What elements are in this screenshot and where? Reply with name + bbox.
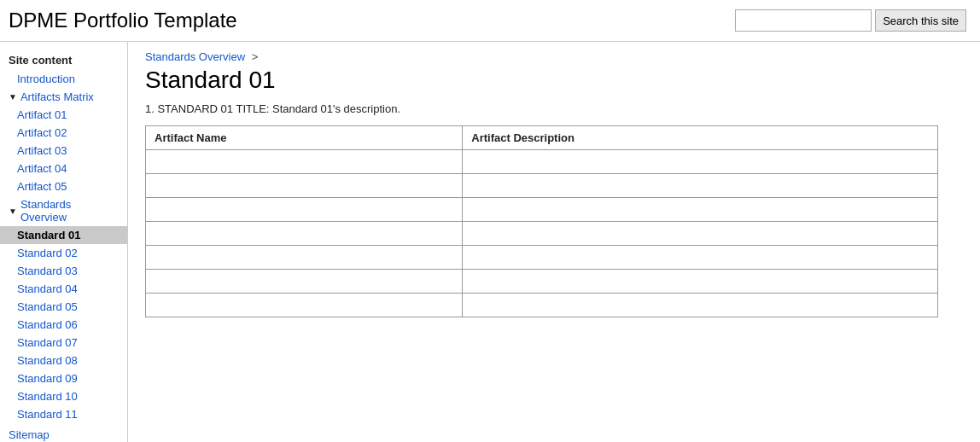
sidebar-item-standard-02[interactable]: Standard 02 xyxy=(0,244,127,262)
site-title: DPME Portfolio Template xyxy=(9,9,237,32)
sidebar-item-standard-08[interactable]: Standard 08 xyxy=(0,352,127,369)
breadcrumb: Standards Overview > xyxy=(145,50,963,63)
table-cell-artifact-name xyxy=(146,174,463,198)
site-content-label: Site content xyxy=(0,50,127,70)
search-button[interactable]: Search this site xyxy=(875,9,966,32)
table-cell-artifact-name xyxy=(146,246,463,270)
sidebar-artifacts-link[interactable]: Artifacts Matrix xyxy=(20,90,94,103)
sidebar-item-artifact-03[interactable]: Artifact 03 xyxy=(0,142,127,160)
table-row xyxy=(146,246,938,270)
sidebar-item-standard-06[interactable]: Standard 06 xyxy=(0,316,127,334)
artifact-table: Artifact Name Artifact Description xyxy=(145,125,938,317)
table-row xyxy=(146,270,938,294)
table-cell-artifact-desc xyxy=(463,174,938,198)
col-artifact-desc-header: Artifact Description xyxy=(463,126,938,150)
sidebar-section-artifacts: ▼ Artifacts Matrix xyxy=(0,88,127,106)
table-cell-artifact-desc xyxy=(463,246,938,270)
sidebar-item-standard-10[interactable]: Standard 10 xyxy=(0,387,127,405)
table-cell-artifact-desc xyxy=(463,222,938,246)
sidebar-item-artifact-01[interactable]: Artifact 01 xyxy=(0,106,127,124)
page-title: Standard 01 xyxy=(145,67,963,94)
table-body xyxy=(146,150,938,317)
sidebar-item-standard-07[interactable]: Standard 07 xyxy=(0,334,127,352)
layout: Site content Introduction ▼ Artifacts Ma… xyxy=(0,42,980,442)
table-row xyxy=(146,174,938,198)
sidebar-item-introduction[interactable]: Introduction xyxy=(0,70,127,88)
sidebar-standards-link[interactable]: Standards Overview xyxy=(20,198,119,224)
triangle-icon: ▼ xyxy=(9,92,17,102)
triangle-icon-standards: ▼ xyxy=(9,206,17,216)
sidebar-item-artifact-05[interactable]: Artifact 05 xyxy=(0,177,127,195)
table-cell-artifact-desc xyxy=(463,270,938,294)
col-artifact-name-header: Artifact Name xyxy=(146,126,463,150)
sidebar-item-standard-04[interactable]: Standard 04 xyxy=(0,280,127,298)
table-cell-artifact-desc xyxy=(463,150,938,174)
sidebar: Site content Introduction ▼ Artifacts Ma… xyxy=(0,42,128,442)
table-cell-artifact-name xyxy=(146,294,463,317)
table-cell-artifact-desc xyxy=(463,198,938,222)
sidebar-item-artifact-04[interactable]: Artifact 04 xyxy=(0,160,127,177)
main-content: Standards Overview > Standard 01 1. STAN… xyxy=(128,42,980,442)
sidebar-item-standard-01[interactable]: Standard 01 xyxy=(0,226,127,244)
table-cell-artifact-name xyxy=(146,222,463,246)
sidebar-item-artifact-02[interactable]: Artifact 02 xyxy=(0,124,127,142)
breadcrumb-parent-link[interactable]: Standards Overview xyxy=(145,50,245,63)
table-row xyxy=(146,222,938,246)
table-cell-artifact-name xyxy=(146,198,463,222)
table-row xyxy=(146,294,938,317)
sidebar-item-sitemap[interactable]: Sitemap xyxy=(0,423,127,442)
sidebar-item-standard-05[interactable]: Standard 05 xyxy=(0,298,127,316)
table-cell-artifact-name xyxy=(146,150,463,174)
sidebar-item-standard-11[interactable]: Standard 11 xyxy=(0,405,127,423)
search-input[interactable] xyxy=(735,9,872,32)
breadcrumb-separator: > xyxy=(252,50,259,63)
table-cell-artifact-name xyxy=(146,270,463,294)
sidebar-section-standards: ▼ Standards Overview xyxy=(0,195,127,226)
sidebar-item-standard-09[interactable]: Standard 09 xyxy=(0,369,127,387)
table-row xyxy=(146,150,938,174)
table-cell-artifact-desc xyxy=(463,294,938,317)
sidebar-item-standard-03[interactable]: Standard 03 xyxy=(0,262,127,280)
table-header-row: Artifact Name Artifact Description xyxy=(146,126,938,150)
search-area: Search this site xyxy=(735,9,966,32)
table-row xyxy=(146,198,938,222)
page-description: 1. STANDARD 01 TITLE: Standard 01's desc… xyxy=(145,102,963,115)
header: DPME Portfolio Template Search this site xyxy=(0,0,980,42)
